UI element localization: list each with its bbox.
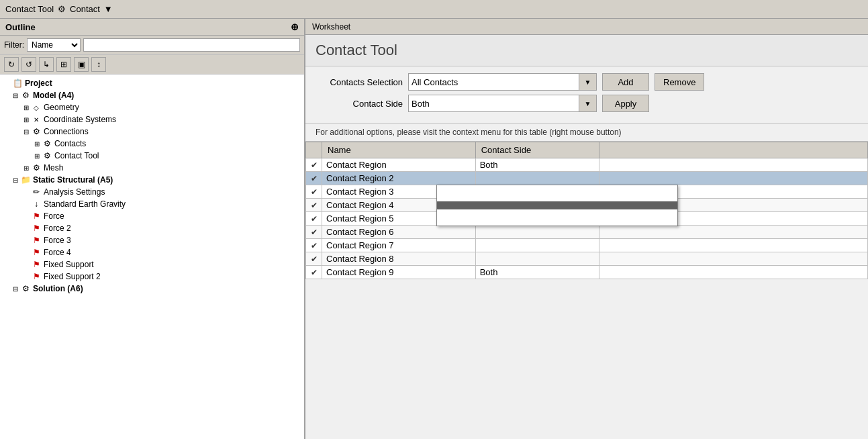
row-check-5[interactable]: ✔ <box>306 226 322 239</box>
contacts-selection-value: All Contacts <box>412 77 458 87</box>
col-extra-header <box>599 142 868 158</box>
row-name-7: Contact Region 8 <box>322 252 476 266</box>
toolbar-btn-back[interactable]: ↺ <box>21 57 36 72</box>
outline-title: Outline <box>5 22 36 32</box>
tree-item-force[interactable]: ⚑ Force <box>0 210 304 222</box>
filter-label: Filter: <box>4 40 24 50</box>
table-header: Name Contact Side <box>306 142 868 158</box>
remove-button[interactable]: Remove <box>655 73 704 91</box>
row-check-3[interactable]: ✔ <box>306 199 322 212</box>
tree-label-project: Project <box>25 79 52 88</box>
row-name-1: Contact Region 2 <box>322 172 476 185</box>
tree-item-static-structural[interactable]: ⊟ 📁 Static Structural (A5) <box>0 174 304 186</box>
contact-side-label: Contact Side <box>316 99 403 109</box>
filter-select[interactable]: Name <box>27 38 81 52</box>
tree-label-fixed2: Fixed Support 2 <box>44 272 101 281</box>
main-layout: Outline ⊕ Filter: Name ↻ ↺ ↳ ⊞ ▣ ↕ 📋 Pro… <box>0 19 868 439</box>
coordinate-icon: ✕ <box>31 114 42 125</box>
tree-item-force3[interactable]: ⚑ Force 3 <box>0 234 304 246</box>
tree-item-solution[interactable]: ⊟ ⚙ Solution (A6) <box>0 283 304 295</box>
tree-item-contact-tool[interactable]: ⊞ ⚙ Contact Tool <box>0 150 304 162</box>
tree-item-model[interactable]: ⊟ ⚙ Model (A4) <box>0 89 304 101</box>
dropdown-arrow-icon[interactable]: ▼ <box>104 4 113 14</box>
filter-input[interactable] <box>83 38 300 52</box>
tree-item-gravity[interactable]: ↓ Standard Earth Gravity <box>0 198 304 210</box>
check-icon: ✔ <box>311 254 318 264</box>
contact-side-box[interactable]: Both <box>408 95 579 112</box>
tree-label-model: Model (A4) <box>33 91 74 100</box>
contact-side-value: Both <box>412 99 430 109</box>
row-check-8[interactable]: ✔ <box>306 266 322 279</box>
tree-item-contacts[interactable]: ⊞ ⚙ Contacts <box>0 138 304 150</box>
check-icon: ✔ <box>311 187 318 197</box>
row-extra-0 <box>599 158 868 172</box>
force-icon: ⚑ <box>31 211 42 222</box>
row-check-1[interactable]: ✔ <box>306 172 322 185</box>
expand-coordinate[interactable]: ⊞ <box>21 116 31 124</box>
table-row[interactable]: ✔Contact Region 8 <box>306 252 868 266</box>
context-menu-go-to-selected[interactable] <box>437 217 677 226</box>
tree-item-analysis[interactable]: ✏ Analysis Settings <box>0 186 304 198</box>
contact-side-dropdown[interactable]: ▼ <box>579 95 597 112</box>
top-bar-title: Contact Tool <box>5 4 54 14</box>
context-menu-deactivate-all[interactable] <box>437 209 677 217</box>
row-check-6[interactable]: ✔ <box>306 239 322 252</box>
fixed-icon: ⚑ <box>31 259 42 270</box>
context-menu-scope-all[interactable] <box>437 185 677 193</box>
tree-area[interactable]: 📋 Project ⊟ ⚙ Model (A4) ⊞ ◇ Geometry ⊞ <box>0 75 304 439</box>
col-check-header <box>306 142 322 158</box>
contacts-selection-box[interactable]: All Contacts <box>408 73 579 91</box>
table-row[interactable]: ✔Contact Region 7 <box>306 239 868 252</box>
tree-item-project[interactable]: 📋 Project <box>0 77 304 89</box>
row-check-7[interactable]: ✔ <box>306 252 322 266</box>
analysis-icon: ✏ <box>31 187 42 197</box>
row-name-6: Contact Region 7 <box>322 239 476 252</box>
apply-button[interactable]: Apply <box>602 95 649 112</box>
row-check-2[interactable]: ✔ <box>306 185 322 199</box>
toolbar-btn-refresh[interactable]: ↻ <box>4 57 19 72</box>
fixed2-icon: ⚑ <box>31 271 42 282</box>
context-menu-clear-scoping[interactable] <box>437 193 677 201</box>
table-area[interactable]: Name Contact Side ✔Contact RegionBoth✔Co… <box>305 142 868 439</box>
contacts-selection-container: All Contacts ▼ <box>408 73 597 91</box>
toolbar-btn-image[interactable]: ▣ <box>74 57 89 72</box>
contacts-selection-dropdown[interactable]: ▼ <box>579 73 597 91</box>
tree-item-fixed-support2[interactable]: ⚑ Fixed Support 2 <box>0 271 304 283</box>
table-row[interactable]: ✔Contact RegionBoth <box>306 158 868 172</box>
gravity-icon: ↓ <box>31 199 42 209</box>
pin-icon[interactable]: ⊕ <box>291 21 299 32</box>
force3-icon: ⚑ <box>31 235 42 246</box>
tree-item-force2[interactable]: ⚑ Force 2 <box>0 222 304 234</box>
table-row[interactable]: ✔Contact Region 2 <box>306 172 868 185</box>
worksheet-controls: Contacts Selection All Contacts ▼ Add Re… <box>305 66 868 124</box>
tree-label-coordinate: Coordinate Systems <box>44 115 116 124</box>
table-row[interactable]: ✔Contact Region 9Both <box>306 266 868 279</box>
expand-connections[interactable]: ⊟ <box>21 128 31 136</box>
context-menu-activate-all[interactable] <box>437 201 677 209</box>
tree-item-mesh[interactable]: ⊞ ⚙ Mesh <box>0 162 304 174</box>
tree-item-fixed-support[interactable]: ⚑ Fixed Support <box>0 258 304 271</box>
row-contact-side-6 <box>475 239 599 252</box>
row-check-0[interactable]: ✔ <box>306 158 322 172</box>
tree-item-force4[interactable]: ⚑ Force 4 <box>0 246 304 258</box>
row-name-5: Contact Region 6 <box>322 226 476 239</box>
expand-mesh[interactable]: ⊞ <box>21 164 31 172</box>
toolbar-btn-expand[interactable]: ⊞ <box>56 57 71 72</box>
toolbar-btn-sort[interactable]: ↕ <box>91 57 106 72</box>
tree-label-force3: Force 3 <box>44 236 71 245</box>
left-panel: Outline ⊕ Filter: Name ↻ ↺ ↳ ⊞ ▣ ↕ 📋 Pro… <box>0 19 305 439</box>
expand-solution[interactable]: ⊟ <box>11 285 20 293</box>
expand-contacts[interactable]: ⊞ <box>32 140 42 148</box>
toolbar-btn-tree[interactable]: ↳ <box>39 57 54 72</box>
tree-item-connections[interactable]: ⊟ ⚙ Connections <box>0 126 304 138</box>
expand-model[interactable]: ⊟ <box>11 92 20 99</box>
add-button[interactable]: Add <box>602 73 649 91</box>
expand-contact-tool[interactable]: ⊞ <box>32 152 42 160</box>
expand-geometry[interactable]: ⊞ <box>21 104 31 111</box>
tree-item-coordinate[interactable]: ⊞ ✕ Coordinate Systems <box>0 113 304 126</box>
worksheet-header-label: Worksheet <box>312 22 350 32</box>
expand-static[interactable]: ⊟ <box>11 177 20 184</box>
row-check-4[interactable]: ✔ <box>306 212 322 226</box>
table-row[interactable]: ✔Contact Region 6 <box>306 226 868 239</box>
tree-item-geometry[interactable]: ⊞ ◇ Geometry <box>0 101 304 113</box>
